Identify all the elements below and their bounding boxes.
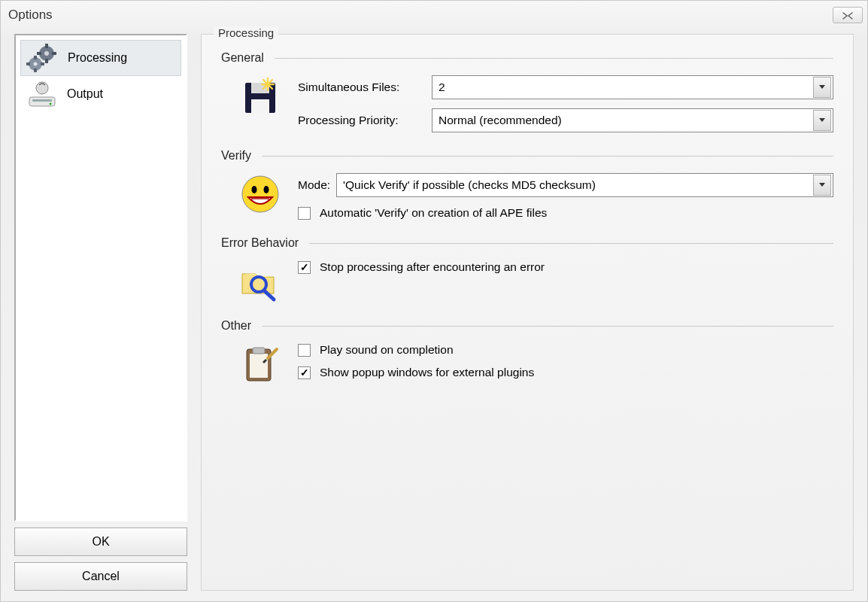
processing-groupbox: Processing General [201, 34, 854, 591]
chevron-down-icon [813, 175, 831, 196]
chevron-down-icon [813, 77, 831, 98]
section-general: General [221, 51, 833, 132]
nav-item-processing[interactable]: Processing [20, 40, 181, 76]
svg-rect-3 [37, 52, 41, 55]
nav-label: Processing [68, 51, 127, 65]
drive-icon [25, 79, 59, 109]
nav-label: Output [67, 87, 103, 101]
auto-verify-label: Automatic 'Verify' on creation of all AP… [320, 206, 547, 220]
titlebar: Options [1, 1, 867, 29]
nav-item-output[interactable]: Output [20, 76, 181, 112]
svg-point-24 [252, 186, 257, 193]
chevron-down-icon [813, 110, 831, 131]
stop-on-error-label: Stop processing after encountering an er… [320, 260, 545, 274]
folder-search-icon [238, 260, 283, 303]
simultaneous-label: Simultaneous Files: [298, 81, 426, 94]
simultaneous-files-dropdown[interactable]: 2 [432, 75, 833, 99]
close-button[interactable] [833, 7, 863, 23]
svg-rect-1 [45, 44, 48, 48]
svg-rect-2 [45, 59, 48, 63]
svg-point-5 [44, 51, 49, 56]
svg-rect-8 [34, 68, 37, 72]
svg-rect-7 [34, 56, 37, 59]
left-column: Processing Output OK [14, 34, 187, 591]
window-title: Options [8, 8, 53, 23]
popup-windows-checkbox[interactable] [298, 366, 311, 379]
play-sound-checkbox[interactable] [298, 344, 311, 357]
play-sound-label: Play sound on completion [320, 343, 454, 357]
svg-rect-31 [253, 348, 265, 354]
dropdown-value: 2 [439, 81, 445, 94]
priority-label: Processing Priority: [298, 114, 426, 127]
smiley-icon [238, 173, 283, 215]
svg-point-25 [264, 186, 269, 193]
svg-rect-14 [32, 99, 52, 102]
options-window: Options [0, 0, 868, 602]
nav-list: Processing Output [14, 34, 187, 521]
close-icon [842, 9, 853, 22]
section-title: General [221, 51, 264, 65]
dropdown-value: Normal (recommended) [439, 114, 562, 127]
section-title: Error Behavior [221, 236, 299, 250]
svg-point-11 [34, 62, 38, 66]
section-title: Verify [221, 149, 251, 163]
clipboard-icon [238, 343, 283, 385]
svg-rect-9 [26, 62, 30, 65]
groupbox-title: Processing [214, 26, 278, 39]
section-error: Error Behavior [221, 236, 833, 303]
svg-rect-4 [52, 52, 56, 55]
cancel-button[interactable]: Cancel [14, 562, 187, 591]
ok-button[interactable]: OK [14, 528, 187, 556]
disk-icon [238, 75, 283, 117]
svg-rect-10 [41, 62, 44, 65]
svg-rect-30 [250, 354, 268, 378]
priority-dropdown[interactable]: Normal (recommended) [432, 108, 833, 132]
svg-point-15 [50, 103, 52, 105]
section-title: Other [221, 319, 251, 333]
svg-point-23 [242, 176, 278, 212]
dialog-body: Processing Output OK [14, 34, 854, 591]
stop-on-error-checkbox[interactable] [298, 261, 311, 274]
svg-rect-18 [251, 99, 269, 113]
popup-windows-label: Show popup windows for external plugins [320, 366, 534, 379]
section-other: Other [221, 319, 833, 385]
auto-verify-checkbox[interactable] [298, 207, 311, 220]
verify-mode-dropdown[interactable]: 'Quick Verify' if possible (checks MD5 c… [336, 173, 833, 197]
mode-label: Mode: [298, 178, 330, 192]
gear-icon [26, 43, 60, 73]
dropdown-value: 'Quick Verify' if possible (checks MD5 c… [343, 178, 596, 192]
section-verify: Verify Mod [221, 149, 833, 220]
